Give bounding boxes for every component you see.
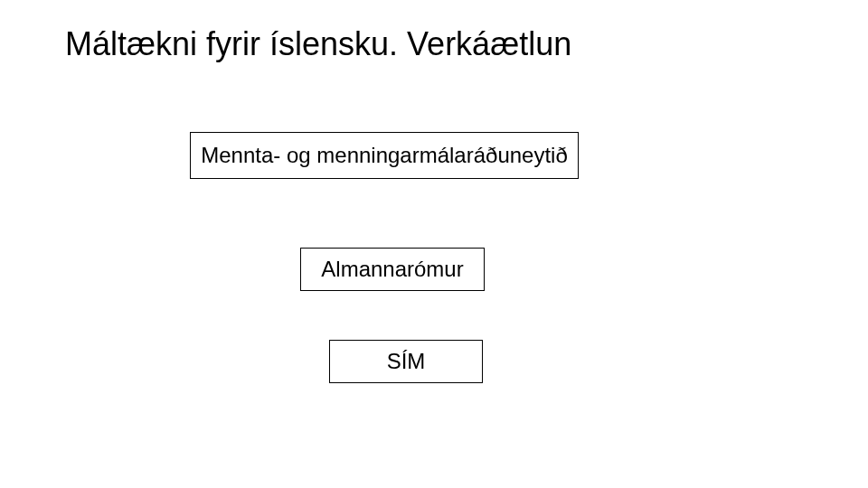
slide-title: Máltækni fyrir íslensku. Verkáætlun	[65, 25, 571, 63]
diagram-box-sim: SÍM	[329, 340, 483, 383]
box-label: SÍM	[387, 349, 426, 374]
box-label: Mennta- og menningarmálaráðuneytið	[201, 143, 568, 168]
diagram-box-almannaromur: Almannarómur	[300, 248, 485, 291]
diagram-box-ministry: Mennta- og menningarmálaráðuneytið	[190, 132, 579, 179]
box-label: Almannarómur	[321, 257, 463, 282]
